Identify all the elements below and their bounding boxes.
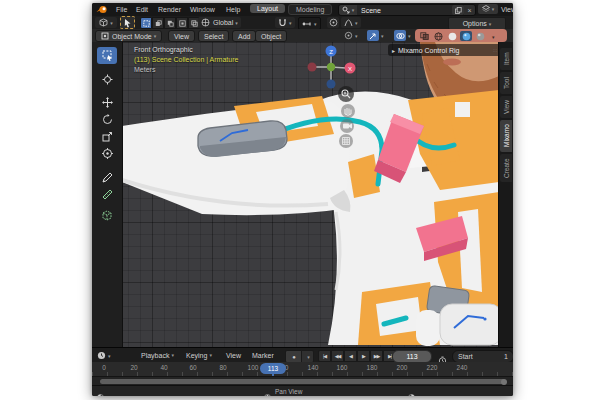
proportional-falloff-dropdown[interactable]: ▾ [341, 17, 361, 28]
sidebar-tab-mixamo[interactable]: Mixamo [500, 120, 512, 152]
active-tool-button[interactable] [120, 16, 135, 29]
select-mode-subtract[interactable] [164, 17, 176, 29]
ruler-tick: 20 [124, 364, 144, 371]
magnet-icon [278, 18, 287, 27]
viewport-active-object: (113) Scene Collection | Armature [134, 56, 238, 63]
mode-dropdown[interactable]: Object Mode ▾ [95, 30, 162, 42]
menu-edit[interactable]: Edit [130, 6, 154, 13]
perspective-toggle-control[interactable] [339, 134, 353, 148]
sidebar-tab-strip: Item Tool View Mixamo Create [498, 42, 513, 347]
select-mode-set[interactable] [140, 17, 152, 29]
menu-help[interactable]: Help [220, 6, 246, 13]
playhead-badge[interactable]: 113 [260, 363, 286, 374]
start-label: Start [458, 353, 473, 360]
tool-cursor[interactable] [97, 71, 117, 88]
tool-measure[interactable] [97, 186, 117, 203]
xray-toggle[interactable] [418, 31, 430, 41]
show-gizmo-toggle[interactable]: ▾ [365, 30, 386, 41]
scrollbar-handle[interactable] [501, 379, 507, 385]
options-label: Options [463, 20, 487, 27]
3d-viewport[interactable]: Front Orthographic (113) Scene Collectio… [92, 42, 513, 347]
sidebar-panel-header[interactable]: ▸ Mixamo Control Rig :: [388, 44, 502, 56]
viewport-menu-object[interactable]: Object [255, 30, 287, 42]
editor-type-button[interactable]: ▾ [95, 17, 117, 28]
proportional-editing-toggle[interactable] [327, 17, 339, 28]
orientation-global-icon [201, 18, 210, 27]
timeline-editor-type-button[interactable]: ▾ [95, 350, 113, 361]
caret-icon: ▾ [108, 353, 111, 359]
sidebar-tab-tool[interactable]: Tool [500, 72, 512, 94]
xray-icon [420, 32, 429, 40]
jump-to-start-button[interactable]: |◀ [318, 350, 331, 362]
playback-menu[interactable]: Playback▾ [137, 350, 178, 361]
timeline-view-menu[interactable]: View [222, 350, 245, 361]
new-scene-button[interactable] [452, 5, 464, 15]
tool-scale[interactable] [97, 128, 117, 145]
camera-view-control[interactable] [340, 119, 354, 133]
right-mouse-icon [408, 388, 415, 396]
caret-icon: ▾ [408, 33, 411, 39]
ruler-tick: 180 [362, 364, 382, 371]
viewport-menu-select[interactable]: Select [198, 30, 229, 42]
shading-dropdown-caret[interactable]: ▾ [492, 34, 495, 40]
select-mode-extend[interactable] [152, 17, 164, 29]
select-box-icon [102, 50, 113, 61]
axis-z-label: Z [329, 49, 333, 55]
wireframe-sphere-icon [434, 32, 443, 41]
tool-rotate[interactable] [97, 111, 117, 128]
viewlayer-name-field[interactable]: View [501, 6, 513, 13]
toolbar [92, 42, 123, 347]
keying-menu[interactable]: Keying▾ [182, 350, 216, 361]
pan-control[interactable] [341, 104, 355, 118]
rotate-icon [102, 114, 113, 125]
transform-orientation-dropdown[interactable]: Global ▾ [198, 17, 241, 28]
ruler-tick: 200 [392, 364, 412, 371]
tool-select-box[interactable] [97, 47, 117, 64]
prev-keyframe-button[interactable]: ◀◀ [331, 350, 344, 362]
viewport-menu-add[interactable]: Add [232, 30, 256, 42]
caret-icon: ▾ [289, 20, 292, 26]
viewlayer-browse-button[interactable]: ▾ [478, 4, 498, 14]
sidebar-tab-create[interactable]: Create [500, 154, 512, 182]
play-reverse-button[interactable]: ◀ [344, 350, 357, 362]
timeline-scrollbar[interactable] [100, 379, 505, 384]
sidebar-tab-item[interactable]: Item [500, 48, 512, 70]
play-button[interactable]: ▶ [357, 350, 370, 362]
transport-controls: |◀ ◀◀ ◀ ▶ ▶▶ ▶| [318, 350, 396, 362]
zoom-control[interactable] [338, 86, 354, 102]
menu-render[interactable]: Render [152, 6, 187, 13]
shading-wireframe-button[interactable] [432, 31, 444, 41]
tool-annotate[interactable] [97, 169, 117, 186]
tool-transform[interactable] [97, 145, 117, 162]
transform-icon [102, 148, 113, 159]
workspace-tab-layout[interactable]: Layout [250, 4, 285, 13]
workspace-tab-modeling[interactable]: Modeling [288, 4, 332, 15]
tool-add-cube[interactable] [97, 206, 117, 223]
menu-window[interactable]: Window [184, 6, 221, 13]
duplicate-icon [455, 7, 462, 14]
show-overlays-toggle[interactable]: ▾ [392, 30, 413, 41]
caret-icon: ▾ [307, 354, 310, 360]
shading-solid-button[interactable] [446, 31, 458, 41]
tool-move[interactable] [97, 94, 117, 111]
blender-logo-icon[interactable] [96, 5, 108, 14]
ruler-tick: 40 [154, 364, 174, 371]
pivot-icon [344, 31, 353, 40]
pivot-point-dropdown[interactable]: ▾ [342, 30, 360, 41]
scene-browse-button[interactable]: ▾ [339, 5, 357, 15]
keying-label: Keying [186, 352, 207, 359]
select-mode-invert[interactable] [176, 17, 188, 29]
ruler-tick: 240 [452, 364, 472, 371]
sidebar-tab-view[interactable]: View [500, 96, 512, 118]
caret-icon: ▾ [355, 20, 358, 26]
shading-material-button[interactable] [460, 31, 472, 41]
left-mouse-icon [97, 388, 104, 396]
scene-name-field[interactable]: Scene [357, 7, 452, 14]
next-keyframe-button[interactable]: ▶▶ [370, 350, 383, 362]
viewport-menu-view[interactable]: View [168, 30, 195, 42]
timeline-ruler[interactable]: 0 20 40 60 80 100 120 140 160 180 200 22… [92, 362, 513, 376]
marker-menu[interactable]: Marker [248, 350, 278, 361]
shading-rendered-button[interactable] [474, 31, 486, 41]
snap-toggle[interactable]: ▾ [275, 17, 295, 28]
unlink-scene-button[interactable]: × [464, 5, 475, 15]
